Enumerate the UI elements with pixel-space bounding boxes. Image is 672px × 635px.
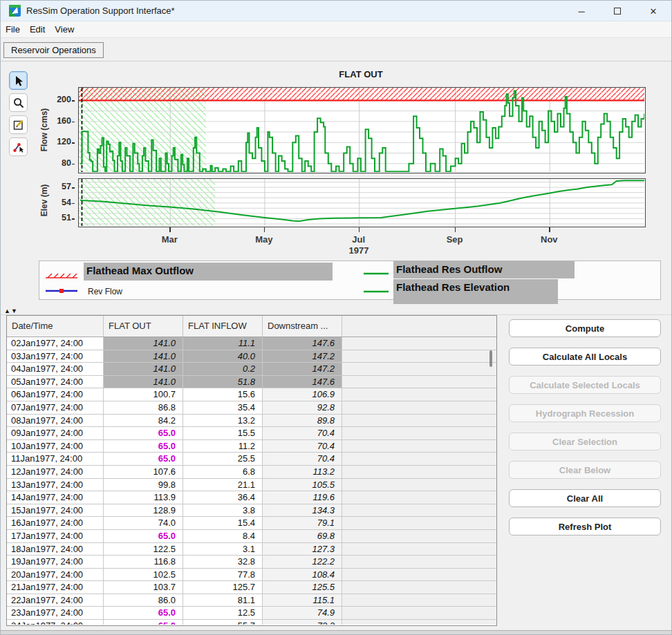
cell-flat-inflow[interactable]: 35.4 [183,401,263,414]
compute-button[interactable]: Compute [509,319,661,337]
cell-downstream[interactable]: 115.1 [263,594,342,607]
cell-downstream[interactable]: 69.8 [263,530,342,542]
column-header-flat-inflow[interactable]: FLAT INFLOW [183,316,263,337]
cell-datetime[interactable]: 08Jan1977, 24:00 [7,415,104,427]
cell-flat-out[interactable]: 103.7 [104,581,183,594]
cell-flat-out[interactable]: 84.2 [104,415,183,427]
cell-datetime[interactable]: 09Jan1977, 24:00 [7,427,104,439]
collapse-down-icon[interactable]: ▼ [11,307,18,314]
cell-datetime[interactable]: 12Jan1977, 24:00 [7,466,104,478]
calculate-all-locals-button[interactable]: Calculate All Locals [509,348,661,366]
cell-downstream[interactable]: 147.2 [263,363,342,375]
cell-flat-inflow[interactable]: 12.5 [183,607,263,619]
cell-datetime[interactable]: 22Jan1977, 24:00 [7,594,104,607]
cell-datetime[interactable]: 15Jan1977, 24:00 [7,504,104,517]
cell-flat-out[interactable]: 141.0 [104,376,183,388]
cell-downstream[interactable]: 108.4 [263,569,342,581]
cell-downstream[interactable]: 70.4 [263,440,342,453]
cell-downstream[interactable]: 70.4 [263,427,342,439]
cell-flat-out[interactable]: 65.0 [104,440,183,453]
cell-downstream[interactable]: 106.9 [263,388,342,401]
cell-flat-inflow[interactable]: 32.8 [183,556,263,568]
cell-flat-inflow[interactable]: 81.1 [183,594,263,607]
cell-downstream[interactable]: 105.5 [263,479,342,491]
cell-downstream[interactable]: 125.5 [263,581,342,594]
cell-flat-out[interactable]: 74.0 [104,517,183,529]
cell-flat-out[interactable]: 86.8 [104,401,183,414]
cell-datetime[interactable]: 16Jan1977, 24:00 [7,517,104,529]
cell-flat-out[interactable]: 65.0 [104,607,183,619]
menu-file[interactable]: File [2,23,26,36]
cell-datetime[interactable]: 21Jan1977, 24:00 [7,581,104,594]
minimize-button[interactable]: ─ [563,1,599,21]
cell-datetime[interactable]: 24Jan1977, 24:00 [7,620,104,625]
cell-flat-inflow[interactable]: 77.8 [183,569,263,581]
cell-downstream[interactable]: 70.4 [263,453,342,465]
cell-flat-inflow[interactable]: 13.2 [183,415,263,427]
cell-flat-out[interactable]: 107.6 [104,466,183,478]
cell-downstream[interactable]: 122.2 [263,556,342,568]
cell-downstream[interactable]: 79.1 [263,517,342,529]
cell-flat-inflow[interactable]: 51.8 [183,376,263,388]
cell-flat-inflow[interactable]: 15.6 [183,388,263,401]
cell-flat-out[interactable]: 99.8 [104,479,183,491]
cell-flat-inflow[interactable]: 0.2 [183,363,263,375]
cell-datetime[interactable]: 07Jan1977, 24:00 [7,401,104,414]
cell-downstream[interactable]: 134.3 [263,504,342,517]
cell-flat-inflow[interactable]: 6.8 [183,466,263,478]
cell-flat-out[interactable]: 128.9 [104,504,183,517]
cell-flat-out[interactable]: 113.9 [104,491,183,504]
cell-downstream[interactable]: 72.2 [263,620,342,625]
cell-datetime[interactable]: 20Jan1977, 24:00 [7,569,104,581]
cell-flat-inflow[interactable]: 25.5 [183,453,263,465]
cell-flat-out[interactable]: 65.0 [104,530,183,542]
cell-flat-inflow[interactable]: 15.5 [183,427,263,439]
cell-flat-out[interactable]: 65.0 [104,427,183,439]
cell-flat-inflow[interactable]: 36.4 [183,491,263,504]
menu-edit[interactable]: Edit [26,23,51,36]
cell-datetime[interactable]: 04Jan1977, 24:00 [7,363,104,375]
legend-label-res-elevation[interactable]: Flathead Res Elevation [393,279,558,304]
column-header-downstream[interactable]: Downstream ... [263,316,342,337]
cell-downstream[interactable]: 113.2 [263,466,342,478]
cell-datetime[interactable]: 05Jan1977, 24:00 [7,376,104,388]
cell-flat-inflow[interactable]: 125.7 [183,581,263,594]
cell-flat-out[interactable]: 141.0 [104,350,183,363]
edit-tool-button[interactable] [9,115,28,134]
cell-datetime[interactable]: 03Jan1977, 24:00 [7,350,104,363]
collapse-up-icon[interactable]: ▲ [4,307,11,314]
cell-downstream[interactable]: 74.9 [263,607,342,619]
cell-flat-out[interactable]: 65.0 [104,453,183,465]
menu-view[interactable]: View [51,23,80,36]
cell-datetime[interactable]: 23Jan1977, 24:00 [7,607,104,619]
cell-flat-inflow[interactable]: 3.8 [183,504,263,517]
pointer-tool-button[interactable] [9,71,28,90]
cell-flat-inflow[interactable]: 8.4 [183,530,263,542]
maximize-button[interactable] [599,1,635,21]
cell-datetime[interactable]: 17Jan1977, 24:00 [7,530,104,542]
cell-flat-inflow[interactable]: 21.1 [183,479,263,491]
cell-downstream[interactable]: 89.8 [263,415,342,427]
cell-flat-inflow[interactable]: 3.1 [183,543,263,556]
cell-flat-out[interactable]: 86.0 [104,594,183,607]
legend-label-rev-flow[interactable]: Rev Flow [88,287,122,296]
cell-flat-inflow[interactable]: 11.2 [183,440,263,453]
cell-datetime[interactable]: 14Jan1977, 24:00 [7,491,104,504]
close-button[interactable]: ✕ [635,1,671,21]
cell-flat-inflow[interactable]: 15.4 [183,517,263,529]
cell-datetime[interactable]: 10Jan1977, 24:00 [7,440,104,453]
cell-flat-out[interactable]: 102.5 [104,569,183,581]
cell-flat-out[interactable]: 100.7 [104,388,183,401]
cell-flat-out[interactable]: 65.0 [104,620,183,625]
legend-label-res-outflow[interactable]: Flathead Res Outflow [393,261,575,278]
column-header-date-time[interactable]: Date/Time [7,316,104,337]
cell-flat-out[interactable]: 141.0 [104,337,183,350]
cell-flat-inflow[interactable]: 55.7 [183,620,263,625]
table-scrollbar[interactable] [489,350,492,367]
elev-plot-area[interactable] [78,178,646,227]
zoom-tool-button[interactable] [9,93,28,112]
cell-downstream[interactable]: 147.2 [263,350,342,363]
tab-reservoir-operations[interactable]: Reservoir Operations [3,42,104,58]
cell-flat-out[interactable]: 141.0 [104,363,183,375]
refresh-plot-button[interactable]: Refresh Plot [509,518,661,536]
